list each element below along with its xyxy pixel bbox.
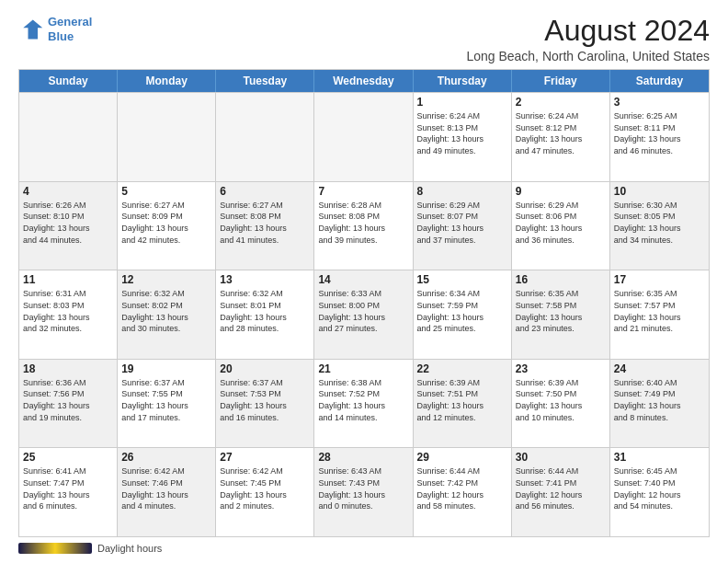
day-info: Sunrise: 6:42 AM Sunset: 7:46 PM Dayligh… (121, 465, 211, 511)
day-info: Sunrise: 6:29 AM Sunset: 8:07 PM Dayligh… (417, 200, 507, 246)
day-number: 4 (23, 185, 113, 198)
day-number: 3 (614, 96, 705, 109)
day-number: 8 (417, 185, 507, 198)
cal-cell: 15Sunrise: 6:34 AM Sunset: 7:59 PM Dayli… (414, 270, 512, 359)
cal-cell: 31Sunrise: 6:45 AM Sunset: 7:40 PM Dayli… (610, 448, 709, 536)
cal-cell: 9Sunrise: 6:29 AM Sunset: 8:06 PM Daylig… (512, 182, 610, 270)
cal-cell: 1Sunrise: 6:24 AM Sunset: 8:13 PM Daylig… (414, 93, 512, 181)
day-info: Sunrise: 6:37 AM Sunset: 7:55 PM Dayligh… (121, 377, 211, 423)
day-number: 23 (516, 362, 606, 375)
day-info: Sunrise: 6:27 AM Sunset: 8:09 PM Dayligh… (121, 200, 211, 246)
calendar-header-row: SundayMondayTuesdayWednesdayThursdayFrid… (19, 70, 709, 92)
day-info: Sunrise: 6:25 AM Sunset: 8:11 PM Dayligh… (614, 110, 705, 156)
day-number: 20 (220, 362, 310, 375)
cal-cell: 20Sunrise: 6:37 AM Sunset: 7:53 PM Dayli… (216, 360, 314, 448)
cal-cell: 18Sunrise: 6:36 AM Sunset: 7:56 PM Dayli… (19, 360, 118, 448)
day-number: 25 (23, 451, 113, 464)
cal-week-row: 11Sunrise: 6:31 AM Sunset: 8:03 PM Dayli… (19, 270, 709, 359)
cal-week-row: 1Sunrise: 6:24 AM Sunset: 8:13 PM Daylig… (19, 92, 709, 181)
day-number: 7 (318, 185, 408, 198)
day-info: Sunrise: 6:33 AM Sunset: 8:00 PM Dayligh… (318, 288, 408, 334)
day-info: Sunrise: 6:37 AM Sunset: 7:53 PM Dayligh… (220, 377, 310, 423)
calendar: SundayMondayTuesdayWednesdayThursdayFrid… (18, 69, 710, 537)
day-info: Sunrise: 6:44 AM Sunset: 7:42 PM Dayligh… (417, 465, 507, 511)
day-info: Sunrise: 6:31 AM Sunset: 8:03 PM Dayligh… (23, 288, 113, 334)
cal-cell: 23Sunrise: 6:39 AM Sunset: 7:50 PM Dayli… (512, 360, 610, 448)
day-number: 6 (220, 185, 310, 198)
cal-cell: 11Sunrise: 6:31 AM Sunset: 8:03 PM Dayli… (19, 270, 118, 359)
daylight-gradient (18, 543, 92, 554)
day-number: 12 (121, 273, 211, 286)
day-number: 10 (614, 185, 705, 198)
logo-icon (18, 17, 44, 42)
day-number: 11 (23, 273, 113, 286)
day-number: 1 (417, 96, 507, 109)
cal-cell: 5Sunrise: 6:27 AM Sunset: 8:09 PM Daylig… (118, 182, 216, 270)
day-info: Sunrise: 6:34 AM Sunset: 7:59 PM Dayligh… (417, 288, 507, 334)
day-info: Sunrise: 6:42 AM Sunset: 7:45 PM Dayligh… (220, 465, 310, 511)
day-number: 22 (417, 362, 507, 375)
day-info: Sunrise: 6:41 AM Sunset: 7:47 PM Dayligh… (23, 465, 113, 511)
cal-week-row: 18Sunrise: 6:36 AM Sunset: 7:56 PM Dayli… (19, 359, 709, 448)
daylight-bar (18, 543, 92, 554)
cal-cell: 27Sunrise: 6:42 AM Sunset: 7:45 PM Dayli… (216, 448, 314, 536)
day-number: 13 (220, 273, 310, 286)
cal-header-cell: Tuesday (216, 70, 314, 92)
day-info: Sunrise: 6:35 AM Sunset: 7:58 PM Dayligh… (516, 288, 606, 334)
day-number: 15 (417, 273, 507, 286)
day-number: 9 (516, 185, 606, 198)
cal-header-cell: Monday (118, 70, 216, 92)
day-info: Sunrise: 6:27 AM Sunset: 8:08 PM Dayligh… (220, 200, 310, 246)
day-info: Sunrise: 6:24 AM Sunset: 8:12 PM Dayligh… (516, 110, 606, 156)
cal-cell: 3Sunrise: 6:25 AM Sunset: 8:11 PM Daylig… (610, 93, 709, 181)
cal-cell: 2Sunrise: 6:24 AM Sunset: 8:12 PM Daylig… (512, 93, 610, 181)
cal-cell: 8Sunrise: 6:29 AM Sunset: 8:07 PM Daylig… (414, 182, 512, 270)
day-number: 28 (318, 451, 408, 464)
day-number: 2 (516, 96, 606, 109)
cal-header-cell: Thursday (414, 70, 512, 92)
logo-line2: Blue (48, 29, 74, 43)
cal-cell (19, 93, 118, 181)
day-info: Sunrise: 6:35 AM Sunset: 7:57 PM Dayligh… (614, 288, 705, 334)
page: General Blue August 2024 Long Beach, Nor… (0, 0, 728, 563)
day-info: Sunrise: 6:36 AM Sunset: 7:56 PM Dayligh… (23, 377, 113, 423)
cal-header-cell: Saturday (610, 70, 709, 92)
day-info: Sunrise: 6:38 AM Sunset: 7:52 PM Dayligh… (318, 377, 408, 423)
day-info: Sunrise: 6:24 AM Sunset: 8:13 PM Dayligh… (417, 110, 507, 156)
day-number: 26 (121, 451, 211, 464)
title-block: August 2024 Long Beach, North Carolina, … (466, 15, 710, 63)
day-number: 17 (614, 273, 705, 286)
logo-line1: General (48, 15, 92, 29)
day-info: Sunrise: 6:29 AM Sunset: 8:06 PM Dayligh… (516, 200, 606, 246)
cal-cell: 26Sunrise: 6:42 AM Sunset: 7:46 PM Dayli… (118, 448, 216, 536)
day-info: Sunrise: 6:32 AM Sunset: 8:02 PM Dayligh… (121, 288, 211, 334)
cal-cell (216, 93, 314, 181)
cal-cell: 25Sunrise: 6:41 AM Sunset: 7:47 PM Dayli… (19, 448, 118, 536)
day-info: Sunrise: 6:40 AM Sunset: 7:49 PM Dayligh… (614, 377, 705, 423)
day-number: 30 (516, 451, 606, 464)
cal-cell (118, 93, 216, 181)
cal-cell: 10Sunrise: 6:30 AM Sunset: 8:05 PM Dayli… (610, 182, 709, 270)
cal-cell: 14Sunrise: 6:33 AM Sunset: 8:00 PM Dayli… (314, 270, 413, 359)
day-number: 31 (614, 451, 705, 464)
cal-cell: 4Sunrise: 6:26 AM Sunset: 8:10 PM Daylig… (19, 182, 118, 270)
cal-cell: 16Sunrise: 6:35 AM Sunset: 7:58 PM Dayli… (512, 270, 610, 359)
day-info: Sunrise: 6:45 AM Sunset: 7:40 PM Dayligh… (614, 465, 705, 511)
cal-cell: 30Sunrise: 6:44 AM Sunset: 7:41 PM Dayli… (512, 448, 610, 536)
day-info: Sunrise: 6:28 AM Sunset: 8:08 PM Dayligh… (318, 200, 408, 246)
day-number: 27 (220, 451, 310, 464)
day-number: 21 (318, 362, 408, 375)
cal-cell: 28Sunrise: 6:43 AM Sunset: 7:43 PM Dayli… (314, 448, 413, 536)
cal-cell: 6Sunrise: 6:27 AM Sunset: 8:08 PM Daylig… (216, 182, 314, 270)
day-number: 19 (121, 362, 211, 375)
cal-header-cell: Sunday (19, 70, 118, 92)
cal-header-cell: Wednesday (314, 70, 413, 92)
day-info: Sunrise: 6:43 AM Sunset: 7:43 PM Dayligh… (318, 465, 408, 511)
main-title: August 2024 (466, 15, 710, 47)
logo-text: General Blue (48, 15, 92, 43)
cal-cell: 22Sunrise: 6:39 AM Sunset: 7:51 PM Dayli… (414, 360, 512, 448)
day-number: 24 (614, 362, 705, 375)
logo: General Blue (18, 15, 92, 43)
day-number: 18 (23, 362, 113, 375)
cal-cell: 13Sunrise: 6:32 AM Sunset: 8:01 PM Dayli… (216, 270, 314, 359)
